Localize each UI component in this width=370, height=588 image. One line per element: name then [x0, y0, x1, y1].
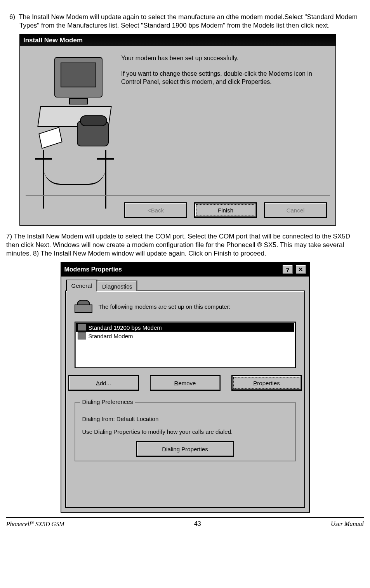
footer-left: Phonecell® SX5D GSM	[6, 520, 64, 528]
tab-general[interactable]: General	[66, 280, 97, 291]
window-title: Modems Properties	[64, 266, 122, 273]
window-body: Your modem has been set up successfully.…	[20, 46, 335, 225]
instructions-message: If you want to change these settings, do…	[121, 70, 326, 86]
footer-rule	[6, 517, 364, 518]
phone-icon	[77, 121, 109, 146]
success-message: Your modem has been set up successfully.	[121, 54, 326, 63]
footer-page-number: 43	[194, 520, 201, 528]
wizard-button-row: < Back Finish Cancel	[124, 202, 327, 218]
group-legend: Dialing Preferences	[80, 398, 135, 405]
add-button[interactable]: Add...	[68, 375, 139, 391]
tab-diagnostics[interactable]: Diagnostics	[97, 280, 138, 291]
page-footer: Phonecell® SX5D GSM 43 User Manual	[6, 520, 364, 532]
help-button[interactable]: ?	[282, 264, 294, 275]
window-body: General Diagnostics The following modems…	[61, 277, 309, 512]
footer-right: User Manual	[331, 520, 364, 528]
close-button[interactable]: ✕	[295, 264, 307, 275]
tab-strip: General Diagnostics	[66, 280, 305, 291]
dialing-from-text: Dialing from: Default Location	[82, 416, 288, 422]
list-item-label: Standard Modem	[89, 333, 133, 339]
dialing-preferences-group: Dialing Preferences Dialing from: Defaul…	[75, 402, 296, 461]
modem-small-icon	[78, 324, 86, 331]
modems-properties-window: Modems Properties ? ✕ General Diagnostic…	[61, 262, 310, 513]
modem-icon	[75, 300, 92, 313]
list-item-label: Standard 19200 bps Modem	[89, 324, 162, 331]
window-title: Install New Modem	[23, 37, 83, 44]
list-item[interactable]: Standard Modem	[76, 332, 294, 340]
wizard-artwork	[20, 46, 117, 225]
step-6-body: The Install New Modem will update again …	[19, 13, 358, 29]
window-titlebar: Install New Modem	[20, 35, 335, 46]
tab-panel-general: The following modems are set up on this …	[65, 291, 305, 508]
modem-small-icon	[78, 332, 86, 339]
window-titlebar: Modems Properties ? ✕	[61, 263, 309, 277]
step-6-num: 6)	[9, 13, 15, 21]
intro-text: The following modems are set up on this …	[99, 303, 231, 310]
monitor-icon	[54, 57, 102, 97]
back-button[interactable]: < Back	[124, 202, 187, 218]
finish-button[interactable]: Finish	[194, 202, 257, 218]
dialing-desc-text: Use Dialing Properties to modify how you…	[82, 428, 288, 435]
cancel-button[interactable]: Cancel	[264, 202, 327, 218]
wizard-text-pane: Your modem has been set up successfully.…	[117, 46, 335, 225]
step-6-text: 6) The Install New Modem will update aga…	[6, 13, 364, 30]
list-item[interactable]: Standard 19200 bps Modem	[76, 323, 294, 332]
step-7-8-text: 7) The Install New Modem will update to …	[6, 232, 364, 258]
properties-button[interactable]: Properties	[231, 375, 302, 391]
install-new-modem-window: Install New Modem Your modem has been se…	[19, 34, 336, 226]
list-button-row: Add... Remove Properties	[75, 375, 296, 391]
dialing-properties-button[interactable]: Dialing Properties	[136, 441, 234, 457]
remove-button[interactable]: Remove	[150, 375, 221, 391]
modem-list[interactable]: Standard 19200 bps Modem Standard Modem	[75, 322, 296, 368]
